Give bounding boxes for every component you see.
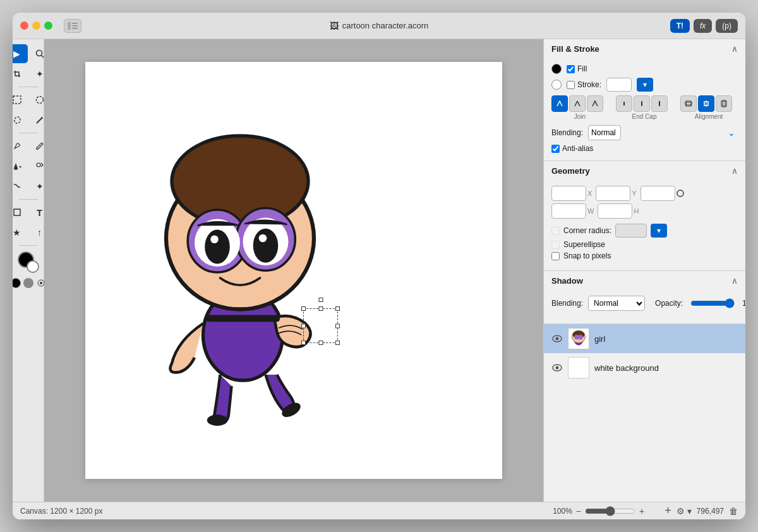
- stroke-color-swatch[interactable]: [551, 80, 562, 90]
- geometry-header[interactable]: Geometry ∧: [544, 161, 745, 181]
- endcap-group: End Cap: [616, 95, 673, 120]
- join-btn-3[interactable]: [587, 95, 603, 112]
- close-button[interactable]: [20, 21, 28, 30]
- character-svg: [98, 81, 382, 441]
- svg-point-47: [578, 335, 582, 340]
- background-color[interactable]: [27, 260, 39, 273]
- geometry-section: Geometry ∧ 607 X 465 Y: [544, 161, 745, 271]
- align-btn-2[interactable]: [698, 95, 714, 112]
- maximize-button[interactable]: [44, 21, 52, 30]
- alignment-buttons: [680, 95, 732, 112]
- svg-point-4: [36, 51, 42, 56]
- fill-stroke-header[interactable]: Fill & Stroke ∧: [544, 39, 745, 59]
- header-buttons: T! fx (p): [670, 19, 738, 33]
- add-layer-icon[interactable]: +: [665, 504, 671, 517]
- selection-handle-br[interactable]: [335, 341, 340, 345]
- selection-handle-top[interactable]: [318, 298, 323, 302]
- layer-girl[interactable]: girl: [544, 324, 745, 353]
- stroke-dropdown[interactable]: ▾: [637, 78, 653, 92]
- canvas[interactable]: [85, 62, 502, 479]
- layer-thumb-girl: [568, 328, 589, 349]
- anti-alias-checkbox[interactable]: [551, 145, 560, 153]
- gray-preset[interactable]: [23, 278, 33, 288]
- lasso-tool[interactable]: [13, 111, 28, 130]
- layer-white-bg[interactable]: white background: [544, 353, 745, 382]
- svg-rect-0: [68, 22, 71, 30]
- opacity-label: Opacity:: [655, 299, 683, 308]
- statusbar-right: + ⚙ ▾ 796,497 🗑: [665, 504, 738, 517]
- blending-select-wrapper: Normal Multiply Screen Overlay: [588, 125, 738, 140]
- color-swatch-area: [18, 251, 39, 273]
- fill-color-swatch[interactable]: [551, 64, 562, 74]
- rotation-input[interactable]: 0°: [641, 186, 675, 201]
- join-endcap-alignment-row: Join: [551, 95, 738, 120]
- opacity-slider[interactable]: [690, 298, 735, 308]
- zoom-value: 100%: [553, 507, 572, 516]
- shadow-blending-select[interactable]: Normal Multiply Screen: [588, 296, 645, 311]
- star-tool[interactable]: ★: [13, 223, 28, 242]
- sidebar-toggle-button[interactable]: [64, 19, 81, 33]
- svg-point-25: [205, 230, 230, 264]
- shadow-header[interactable]: Shadow ∧: [544, 271, 745, 291]
- color-presets: [13, 278, 46, 288]
- h-input[interactable]: 55: [598, 203, 632, 219]
- svg-point-42: [556, 337, 559, 341]
- endcap-btn-1[interactable]: [616, 95, 632, 112]
- fill-stroke-title: Fill & Stroke: [551, 44, 599, 54]
- superellipse-checkbox[interactable]: [551, 241, 560, 249]
- select-tool[interactable]: ▶: [13, 44, 28, 63]
- join-btn-1[interactable]: [551, 95, 568, 112]
- shadow-blending-row: Blending: Normal Multiply Screen Opacity…: [551, 296, 738, 311]
- stroke-value-input[interactable]: 12: [606, 78, 632, 92]
- y-input[interactable]: 465: [596, 186, 630, 201]
- svg-rect-2: [72, 25, 78, 27]
- p-button[interactable]: (p): [716, 19, 738, 33]
- selection-handle-bl[interactable]: [301, 341, 306, 345]
- canvas-area[interactable]: [44, 39, 543, 502]
- selection-handle-ml[interactable]: [301, 323, 306, 328]
- black-preset[interactable]: [13, 278, 21, 288]
- smudge-tool[interactable]: [13, 177, 28, 196]
- minimize-button[interactable]: [32, 21, 40, 30]
- zoom-slider[interactable]: [585, 506, 635, 516]
- endcap-btn-3[interactable]: [651, 95, 668, 112]
- trash-icon[interactable]: 🗑: [729, 506, 738, 516]
- align-btn-3[interactable]: [716, 95, 732, 112]
- eye-icon-bg[interactable]: [551, 362, 563, 373]
- svg-point-7: [36, 97, 43, 104]
- fill-checkbox[interactable]: [567, 65, 575, 73]
- selection-handle-bm[interactable]: [318, 341, 323, 345]
- x-input-group: 607 X: [551, 186, 592, 201]
- w-input[interactable]: 69: [551, 203, 586, 219]
- align-btn-1[interactable]: [680, 95, 697, 112]
- crop-tool[interactable]: [13, 64, 28, 83]
- shadow-blending-label: Blending:: [551, 299, 583, 308]
- selection-handle-tr[interactable]: [335, 306, 340, 311]
- corner-radius-input[interactable]: 0: [615, 224, 647, 238]
- selection-handle-tl[interactable]: [301, 306, 306, 311]
- fill-tool[interactable]: [13, 157, 28, 176]
- join-btn-2[interactable]: [569, 95, 586, 112]
- snap-to-pixels-checkbox[interactable]: [551, 252, 560, 260]
- tools-button[interactable]: T!: [670, 19, 690, 33]
- zoom-minus-icon[interactable]: −: [576, 506, 581, 516]
- zoom-plus-icon[interactable]: +: [639, 506, 644, 516]
- fill-stroke-section: Fill & Stroke ∧ Fill: [544, 39, 745, 161]
- x-input[interactable]: 607: [551, 186, 586, 201]
- endcap-btn-2[interactable]: [634, 95, 650, 112]
- corner-radius-dropdown[interactable]: ▾: [651, 224, 667, 238]
- x-label: X: [587, 190, 592, 197]
- selection-handle-mr[interactable]: [335, 323, 340, 328]
- rect-shape-tool[interactable]: [13, 203, 28, 222]
- blending-row: Blending: Normal Multiply Screen Overlay: [551, 125, 738, 140]
- gear-icon[interactable]: ⚙ ▾: [677, 506, 692, 516]
- corner-radius-label: Corner radius:: [563, 226, 611, 235]
- pen-tool[interactable]: [13, 136, 28, 155]
- selection-handle-tm[interactable]: [318, 306, 323, 311]
- corner-radius-checkbox[interactable]: [551, 227, 560, 235]
- fx-button[interactable]: fx: [694, 19, 712, 33]
- eye-icon-girl[interactable]: [551, 333, 563, 344]
- rect-select-tool[interactable]: [13, 90, 28, 109]
- stroke-checkbox[interactable]: [567, 81, 575, 89]
- blending-select[interactable]: Normal Multiply Screen Overlay: [588, 125, 621, 140]
